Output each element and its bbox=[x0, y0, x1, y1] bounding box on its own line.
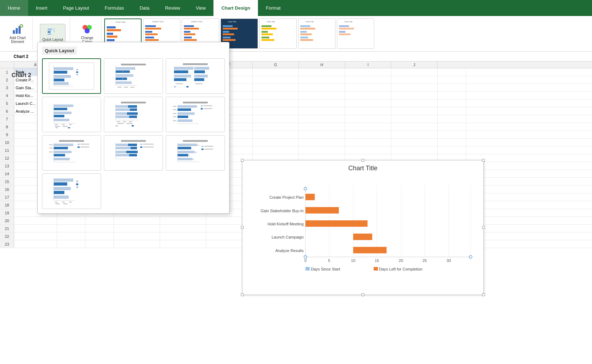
tab-home[interactable]: Home bbox=[0, 0, 28, 16]
col-header-g[interactable]: G bbox=[253, 61, 299, 68]
cell[interactable] bbox=[160, 240, 206, 248]
resize-handle-tm[interactable] bbox=[361, 159, 364, 162]
cell[interactable] bbox=[253, 131, 299, 138]
cell[interactable] bbox=[438, 107, 466, 115]
cell[interactable] bbox=[345, 115, 391, 123]
cell[interactable] bbox=[438, 131, 466, 138]
layout-item-1[interactable] bbox=[42, 58, 101, 94]
cell[interactable] bbox=[253, 84, 299, 91]
cell[interactable] bbox=[391, 107, 438, 115]
chart-style-5[interactable]: Chart Title bbox=[259, 18, 297, 49]
cell[interactable] bbox=[345, 123, 391, 130]
tab-data[interactable]: Data bbox=[132, 0, 157, 16]
cell[interactable] bbox=[299, 76, 345, 84]
cell[interactable] bbox=[85, 240, 114, 248]
cell[interactable] bbox=[114, 232, 160, 240]
cell[interactable] bbox=[85, 225, 114, 232]
col-header-j[interactable]: J bbox=[391, 61, 438, 68]
cell[interactable] bbox=[391, 100, 438, 107]
cell[interactable] bbox=[114, 240, 160, 248]
cell[interactable] bbox=[299, 146, 345, 154]
cell[interactable] bbox=[438, 123, 466, 130]
layout-item-7[interactable] bbox=[42, 135, 101, 171]
cell[interactable] bbox=[438, 68, 466, 76]
cell[interactable] bbox=[299, 107, 345, 115]
cell[interactable] bbox=[57, 232, 85, 240]
resize-handle-tl[interactable] bbox=[241, 159, 244, 162]
layout-item-6[interactable] bbox=[166, 97, 225, 132]
cell[interactable] bbox=[345, 76, 391, 84]
resize-handle-br[interactable] bbox=[482, 293, 485, 296]
tab-format[interactable]: Format bbox=[258, 0, 288, 16]
cell[interactable] bbox=[85, 217, 114, 224]
cell[interactable] bbox=[253, 68, 299, 76]
cell[interactable] bbox=[299, 123, 345, 130]
cell[interactable] bbox=[299, 131, 345, 138]
cell[interactable] bbox=[345, 68, 391, 76]
cell[interactable] bbox=[114, 225, 160, 232]
layout-item-3[interactable] bbox=[166, 58, 225, 94]
add-chart-element-button[interactable]: Add ChartElement bbox=[7, 22, 28, 46]
tab-page-layout[interactable]: Page Layout bbox=[55, 0, 97, 16]
cell[interactable] bbox=[57, 217, 85, 224]
name-box[interactable]: Chart 2 bbox=[0, 52, 43, 61]
cell[interactable] bbox=[391, 139, 438, 146]
cell[interactable] bbox=[438, 139, 466, 146]
tab-review[interactable]: Review bbox=[157, 0, 188, 16]
cell[interactable] bbox=[438, 115, 466, 123]
cell[interactable] bbox=[253, 115, 299, 123]
cell[interactable] bbox=[391, 115, 438, 123]
cell[interactable] bbox=[160, 217, 206, 224]
cell[interactable] bbox=[57, 240, 85, 248]
layout-item-2[interactable] bbox=[104, 58, 163, 94]
cell[interactable] bbox=[345, 146, 391, 154]
cell[interactable] bbox=[299, 68, 345, 76]
cell[interactable] bbox=[438, 100, 466, 107]
cell[interactable] bbox=[391, 92, 438, 99]
resize-handle-bm[interactable] bbox=[361, 293, 364, 296]
cell[interactable] bbox=[253, 100, 299, 107]
cell[interactable] bbox=[253, 92, 299, 99]
tab-insert[interactable]: Insert bbox=[28, 0, 56, 16]
layout-item-10[interactable] bbox=[42, 173, 101, 209]
cell[interactable] bbox=[160, 225, 206, 232]
cell[interactable] bbox=[438, 92, 466, 99]
layout-item-5[interactable] bbox=[104, 97, 163, 132]
cell[interactable] bbox=[345, 84, 391, 91]
layout-item-8[interactable] bbox=[104, 135, 163, 171]
cell[interactable] bbox=[299, 115, 345, 123]
col-header-i[interactable]: I bbox=[345, 61, 391, 68]
cell[interactable] bbox=[160, 232, 206, 240]
cell[interactable] bbox=[253, 139, 299, 146]
chart-style-7[interactable]: Chart Title bbox=[337, 18, 374, 49]
cell[interactable] bbox=[391, 146, 438, 154]
cell[interactable] bbox=[438, 84, 466, 91]
quick-layout-button[interactable]: Quick Layout bbox=[40, 24, 65, 43]
cell[interactable] bbox=[253, 107, 299, 115]
cell[interactable] bbox=[391, 131, 438, 138]
layout-item-9[interactable]: 12 8 10 6 9 bbox=[166, 135, 225, 171]
resize-handle-bl[interactable] bbox=[241, 293, 244, 296]
cell[interactable] bbox=[345, 100, 391, 107]
cell[interactable] bbox=[114, 217, 160, 224]
cell[interactable] bbox=[253, 76, 299, 84]
cell[interactable] bbox=[438, 146, 466, 154]
cell[interactable] bbox=[14, 225, 57, 232]
cell[interactable] bbox=[299, 139, 345, 146]
tab-formulas[interactable]: Formulas bbox=[97, 0, 132, 16]
cell[interactable] bbox=[345, 131, 391, 138]
cell[interactable] bbox=[253, 123, 299, 130]
cell[interactable] bbox=[345, 92, 391, 99]
cell[interactable] bbox=[438, 76, 466, 84]
cell[interactable] bbox=[299, 100, 345, 107]
resize-handle-tr[interactable] bbox=[482, 159, 485, 162]
cell[interactable] bbox=[299, 84, 345, 91]
resize-handle-mr[interactable] bbox=[482, 226, 485, 229]
cell[interactable] bbox=[85, 232, 114, 240]
cell[interactable] bbox=[345, 107, 391, 115]
cell[interactable] bbox=[391, 84, 438, 91]
cell[interactable] bbox=[57, 225, 85, 232]
cell[interactable] bbox=[391, 68, 438, 76]
cell[interactable] bbox=[391, 76, 438, 84]
col-header-h[interactable]: H bbox=[299, 61, 345, 68]
